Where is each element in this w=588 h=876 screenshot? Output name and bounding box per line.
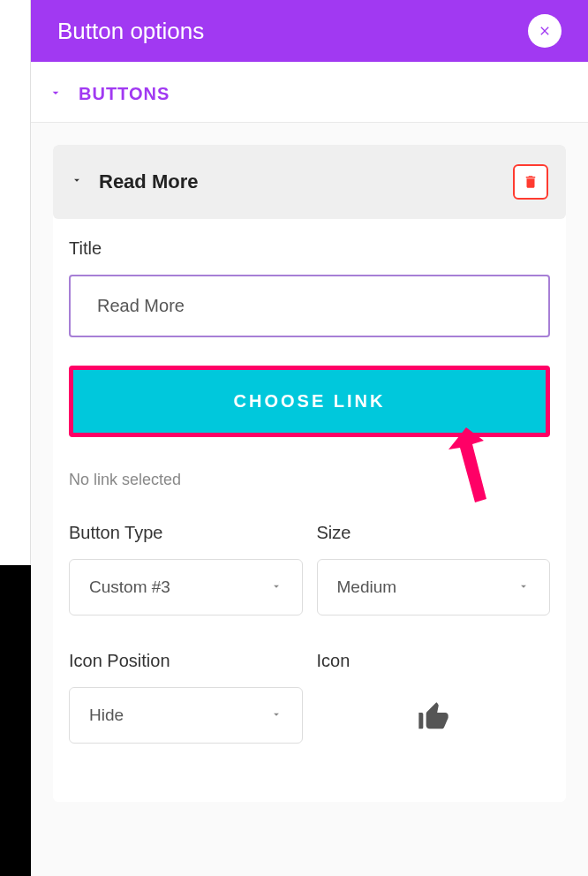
size-value: Medium [337,578,397,597]
button-type-select[interactable]: Custom #3 [69,559,303,615]
trash-icon [523,174,539,190]
close-button[interactable] [528,14,562,48]
card-body: Title CHOOSE LINK No link selected [53,219,566,802]
card-header[interactable]: Read More [53,145,566,219]
button-card: Read More Title CHOOSE LINK [53,145,566,802]
panel-header: Button options [31,0,588,62]
form-row-type-size: Button Type Custom #3 Size Medium [69,523,550,615]
card-header-title: Read More [99,170,198,193]
icon-position-value: Hide [89,706,124,725]
section-header[interactable]: BUTTONS [31,62,588,123]
panel-content: Read More Title CHOOSE LINK [31,123,588,876]
choose-link-highlight: CHOOSE LINK [69,366,550,437]
arrow-annotation [435,423,506,515]
choose-link-button[interactable]: CHOOSE LINK [73,370,546,433]
close-icon [538,24,552,38]
thumbs-up-icon [416,699,451,735]
chevron-down-icon [270,706,283,725]
icon-col: Icon [317,651,551,747]
button-type-col: Button Type Custom #3 [69,523,303,615]
icon-picker[interactable] [317,687,551,747]
form-row-icon: Icon Position Hide Icon [69,651,550,747]
chevron-down-icon [270,578,283,597]
button-type-label: Button Type [69,523,303,543]
section-title: BUTTONS [79,84,170,104]
panel-title: Button options [57,18,204,45]
options-panel: Button options BUTTONS Read More [31,0,588,876]
delete-button[interactable] [513,164,548,200]
icon-position-label: Icon Position [69,651,303,671]
icon-position-select[interactable]: Hide [69,687,303,744]
size-col: Size Medium [317,523,551,615]
card-header-left: Read More [71,170,198,193]
chevron-down-icon [49,86,63,103]
icon-position-col: Icon Position Hide [69,651,303,747]
size-select[interactable]: Medium [317,559,551,615]
chevron-down-icon [517,578,530,597]
icon-label: Icon [317,651,551,671]
left-edge-dark [0,565,31,876]
chevron-down-icon [71,174,83,190]
size-label: Size [317,523,551,543]
button-type-value: Custom #3 [89,578,170,597]
no-link-text: No link selected [69,471,550,489]
title-label: Title [69,238,550,259]
title-input[interactable] [69,275,550,337]
